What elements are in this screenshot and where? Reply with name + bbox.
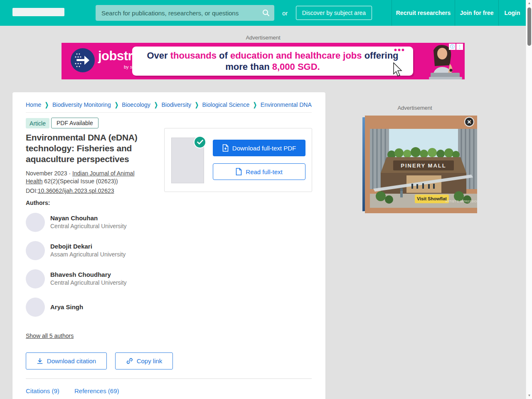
breadcrumb-bioecology[interactable]: Bioecology <box>122 101 150 108</box>
ad-ellipsis: ••• <box>394 45 405 55</box>
ad-headline-seg: education and healthcare jobs <box>230 50 362 61</box>
document-icon <box>236 168 242 175</box>
copy-link-button[interactable]: Copy link <box>115 352 173 369</box>
download-icon <box>37 358 43 365</box>
author-row: Nayan Chouhan Central Agricultural Unive… <box>26 213 150 232</box>
chevron-right-icon: ❯ <box>115 101 118 108</box>
scrollbar-thumb[interactable] <box>527 7 531 46</box>
site-logo[interactable] <box>12 8 64 16</box>
ad-headline-seg: more than <box>225 62 272 72</box>
nav-recruit-researchers[interactable]: Recruit researchers <box>392 0 455 26</box>
authors-label: Authors: <box>26 200 50 206</box>
nav-join-for-free[interactable]: Join for free <box>455 0 498 26</box>
publication-date: November 2023 <box>26 170 67 177</box>
svg-text:Visit Showflat: Visit Showflat <box>417 196 447 201</box>
scroll-up-icon[interactable]: ▲ <box>526 0 532 6</box>
publication-meta: November 2023 · Indian Journal of Animal… <box>26 170 139 185</box>
page-scrollbar[interactable]: ▲ ▼ <box>526 0 532 399</box>
scroll-down-icon[interactable]: ▼ <box>526 393 532 399</box>
read-fulltext-button[interactable]: Read full-text <box>213 163 305 180</box>
author-name[interactable]: Nayan Chouhan <box>50 214 98 222</box>
breadcrumb-environmental-dna[interactable]: Environmental DNA <box>261 101 312 108</box>
top-ad-label: Advertisement <box>62 34 465 41</box>
download-fulltext-pdf-label: Download full-text PDF <box>232 145 296 152</box>
doi-line: DOI:10.36062/ijah.2023.spl.02623 <box>26 187 114 194</box>
chevron-right-icon: ❯ <box>45 101 49 108</box>
author-row: Arya Singh <box>26 298 150 317</box>
download-citation-button[interactable]: Download citation <box>26 352 107 369</box>
fulltext-panel: Download full-text PDF Read full-text <box>164 128 312 192</box>
top-navbar: or Discover by subject area Recruit rese… <box>0 0 526 26</box>
svg-text:PINERY MALL: PINERY MALL <box>401 163 446 169</box>
breadcrumb-biodiversity[interactable]: Biodiversity <box>161 101 191 108</box>
chevron-right-icon: ❯ <box>154 101 158 108</box>
or-label: or <box>282 0 288 26</box>
section-divider <box>26 378 312 379</box>
search-icon[interactable] <box>258 5 274 21</box>
breadcrumb: Home❯ Biodiversity Monitoring❯ Bioecolog… <box>26 101 312 108</box>
chevron-right-icon: ❯ <box>195 101 199 108</box>
check-icon <box>194 136 206 148</box>
breadcrumb-biodiversity-monitoring[interactable]: Biodiversity Monitoring <box>52 101 111 108</box>
author-affiliation: Central Agricultural University <box>50 279 127 286</box>
avatar[interactable] <box>26 241 45 260</box>
doi-link[interactable]: 10.36062/ijah.2023.spl.02623 <box>38 187 114 194</box>
top-ad-banner[interactable]: jobstreet by seek Over thousands of educ… <box>62 43 465 79</box>
nav-login[interactable]: Login <box>498 0 526 26</box>
ad-info-icon[interactable]: ⓘ <box>449 44 456 50</box>
author-name[interactable]: Bhavesh Choudhary <box>50 271 111 278</box>
avatar[interactable] <box>26 213 45 232</box>
journal-detail: 62(2)(Special Issue (02623)) <box>42 178 118 185</box>
doi-label: DOI: <box>26 187 38 194</box>
search-bar <box>96 5 274 21</box>
pinery-mall-image: PINERY MALL Visit Showflat ARTIST'S IMPR… <box>370 129 477 208</box>
breadcrumb-home[interactable]: Home <box>26 101 41 108</box>
search-input[interactable] <box>96 10 258 17</box>
close-icon[interactable]: ✕ <box>464 117 474 127</box>
copy-link-label: Copy link <box>137 357 163 365</box>
tab-citations[interactable]: Citations (9) <box>26 387 59 394</box>
download-fulltext-pdf-button[interactable]: Download full-text PDF <box>213 140 305 156</box>
breadcrumb-biological-science[interactable]: Biological Science <box>202 101 250 108</box>
download-citation-label: Download citation <box>47 357 96 365</box>
article-type-badge: Article <box>26 118 49 128</box>
svg-text:ARTIST'S IMPRESSION: ARTIST'S IMPRESSION <box>446 200 477 203</box>
author-name[interactable]: Debojit Dekari <box>50 243 92 250</box>
side-ad-label: Advertisement <box>365 105 465 111</box>
ad-headline-seg: Over <box>147 50 170 61</box>
avatar[interactable] <box>26 298 45 317</box>
link-icon <box>126 357 133 365</box>
pdf-download-icon <box>222 144 229 152</box>
ad-headline-seg: of <box>217 50 230 61</box>
author-row: Debojit Dekari Assam Agricultural Univer… <box>26 241 150 260</box>
author-row: Bhavesh Choudhary Central Agricultural U… <box>26 269 150 288</box>
publication-card: Home❯ Biodiversity Monitoring❯ Bioecolog… <box>12 92 325 399</box>
tab-references[interactable]: References (69) <box>74 387 119 394</box>
jobstreet-logo-icon <box>71 48 95 72</box>
ad-headline-seg: offering <box>362 50 399 61</box>
ad-headline: Over thousands of education and healthca… <box>132 47 413 76</box>
publication-title: Environmental DNA (eDNA) technology: Fis… <box>26 132 148 165</box>
show-all-authors-link[interactable]: Show all 5 authors <box>26 332 74 339</box>
read-fulltext-label: Read full-text <box>246 168 282 175</box>
pdf-available-badge: PDF Available <box>51 118 99 128</box>
ad-options-icon[interactable]: ⋮ <box>456 44 463 50</box>
author-affiliation: Central Agricultural University <box>50 223 127 229</box>
author-affiliation: Assam Agricultural University <box>50 251 126 258</box>
ad-headline-seg: 8,000 SGD. <box>272 62 320 72</box>
chevron-right-icon: ❯ <box>253 101 257 108</box>
meta-separator: · <box>69 170 71 177</box>
side-ad-banner[interactable]: PINERY MALL Visit Showflat ARTIST'S IMPR… <box>365 116 477 213</box>
cursor-icon <box>393 62 404 77</box>
avatar[interactable] <box>26 269 45 288</box>
author-name[interactable]: Arya Singh <box>50 303 83 310</box>
discover-subject-button[interactable]: Discover by subject area <box>296 6 372 20</box>
ad-headline-seg: thousands <box>170 50 217 61</box>
breadcrumb-divider <box>26 112 312 113</box>
